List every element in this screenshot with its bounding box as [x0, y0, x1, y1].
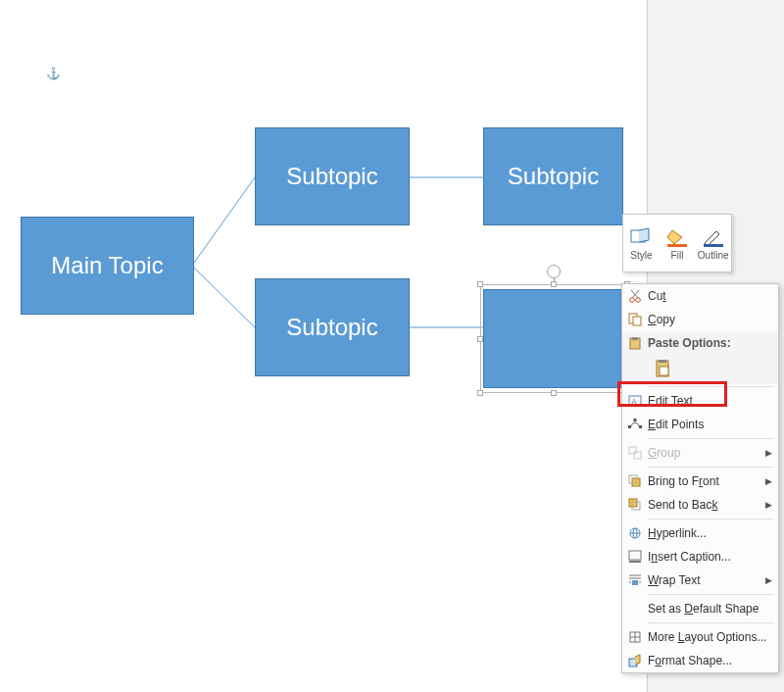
menu-more-layout-options[interactable]: More Layout Options...	[622, 625, 778, 649]
svg-rect-25	[632, 478, 640, 486]
outline-label: Outline	[698, 250, 729, 261]
wrap-text-icon	[622, 573, 648, 587]
shape-subtopic-top-right[interactable]: Subtopic	[483, 127, 623, 225]
menu-label: Hyperlink...	[648, 526, 778, 540]
copy-icon	[622, 313, 648, 326]
context-menu: Cut Copy Paste Options: A Edit Text Edit…	[621, 283, 779, 673]
menu-edit-points[interactable]: Edit Points	[622, 413, 778, 436]
shape-subtopic-top-left[interactable]: Subtopic	[255, 127, 410, 225]
cut-icon	[622, 289, 648, 303]
svg-line-10	[631, 290, 638, 298]
shape-subtopic-bottom-left[interactable]: Subtopic	[255, 278, 410, 376]
shape-label: Subtopic	[286, 163, 377, 190]
menu-set-default-shape[interactable]: Set as Default Shape	[622, 597, 778, 620]
menu-label: Bring to Front	[648, 474, 778, 488]
style-icon	[630, 226, 652, 248]
svg-rect-21	[634, 419, 637, 421]
svg-rect-24	[634, 452, 641, 459]
outline-button[interactable]: Outline	[695, 215, 731, 272]
svg-text:A: A	[631, 397, 637, 407]
menu-paste-option[interactable]	[622, 355, 778, 384]
menu-label: More Layout Options...	[648, 630, 778, 644]
hyperlink-icon	[622, 526, 648, 540]
svg-line-0	[192, 177, 255, 266]
menu-label: Paste Options:	[648, 336, 778, 350]
insert-caption-icon	[622, 550, 648, 564]
shape-selected[interactable]	[480, 284, 627, 393]
shape-label: Main Topic	[51, 252, 163, 279]
menu-label: Set as Default Shape	[648, 602, 778, 616]
document-canvas[interactable]: ⚓ Main Topic Subtopic Subtopic Subtopic	[0, 0, 647, 692]
menu-label: Send to Back	[648, 498, 778, 512]
menu-label: Edit Text	[648, 394, 778, 408]
svg-rect-16	[659, 360, 666, 363]
rotate-handle[interactable]	[547, 265, 561, 278]
svg-rect-12	[633, 317, 641, 325]
menu-edit-text[interactable]: A Edit Text	[622, 389, 778, 413]
menu-send-to-back[interactable]: Send to Back ▶	[622, 493, 778, 517]
menu-hyperlink[interactable]: Hyperlink...	[622, 521, 778, 545]
outline-icon	[703, 226, 724, 248]
edit-text-icon: A	[622, 394, 648, 408]
menu-paste-options-header: Paste Options:	[622, 331, 778, 355]
paste-icon	[622, 336, 648, 350]
svg-rect-20	[628, 425, 631, 428]
svg-rect-36	[632, 580, 638, 585]
svg-line-1	[192, 266, 255, 327]
svg-rect-32	[629, 551, 641, 560]
menu-format-shape[interactable]: Format Shape...	[622, 649, 778, 672]
shape-subtopic-bottom-right[interactable]	[483, 289, 624, 388]
menu-label: Edit Points	[648, 418, 778, 431]
mini-toolbar: Style Fill Outline	[622, 214, 732, 272]
shape-main-topic[interactable]: Main Topic	[21, 217, 194, 315]
resize-handle[interactable]	[477, 390, 483, 396]
svg-rect-22	[639, 425, 642, 428]
fill-button[interactable]: Fill	[660, 215, 696, 272]
fill-icon	[666, 226, 688, 248]
svg-rect-23	[629, 447, 636, 454]
shape-label: Subtopic	[286, 314, 377, 341]
more-layout-icon	[622, 630, 648, 644]
svg-rect-6	[704, 244, 723, 247]
resize-handle[interactable]	[477, 281, 483, 287]
submenu-arrow-icon: ▶	[765, 476, 772, 486]
menu-separator	[648, 594, 774, 595]
menu-copy[interactable]: Copy	[622, 308, 778, 331]
paste-picture-icon	[654, 358, 673, 381]
menu-wrap-text[interactable]: Wrap Text ▶	[622, 568, 778, 592]
menu-separator	[648, 386, 774, 387]
svg-rect-27	[629, 499, 637, 507]
menu-label: Insert Caption...	[648, 550, 778, 564]
menu-label: Format Shape...	[648, 654, 778, 667]
menu-label: Copy	[648, 313, 778, 326]
menu-label: Group	[648, 446, 778, 460]
menu-insert-caption[interactable]: Insert Caption...	[622, 545, 778, 568]
svg-rect-14	[632, 337, 638, 340]
submenu-arrow-icon: ▶	[765, 500, 772, 510]
svg-rect-33	[629, 561, 641, 563]
submenu-arrow-icon: ▶	[765, 448, 772, 458]
resize-handle[interactable]	[551, 281, 557, 287]
menu-separator	[648, 622, 774, 623]
format-shape-icon	[622, 654, 648, 667]
svg-rect-17	[660, 367, 668, 375]
svg-line-9	[632, 290, 639, 298]
menu-separator	[648, 438, 774, 439]
send-to-back-icon	[622, 498, 648, 512]
svg-rect-5	[667, 244, 687, 247]
bring-to-front-icon	[622, 474, 648, 488]
resize-handle[interactable]	[551, 390, 557, 396]
menu-bring-to-front[interactable]: Bring to Front ▶	[622, 470, 778, 493]
shape-label: Subtopic	[508, 163, 599, 190]
submenu-arrow-icon: ▶	[765, 575, 772, 585]
style-label: Style	[630, 250, 652, 261]
menu-label: Wrap Text	[648, 573, 778, 587]
menu-separator	[648, 467, 774, 468]
menu-label: Cut	[648, 289, 778, 303]
group-icon	[622, 446, 648, 460]
svg-point-8	[636, 298, 641, 303]
resize-handle[interactable]	[477, 336, 483, 342]
style-button[interactable]: Style	[623, 215, 660, 272]
fill-label: Fill	[671, 250, 684, 261]
menu-cut[interactable]: Cut	[622, 284, 778, 308]
